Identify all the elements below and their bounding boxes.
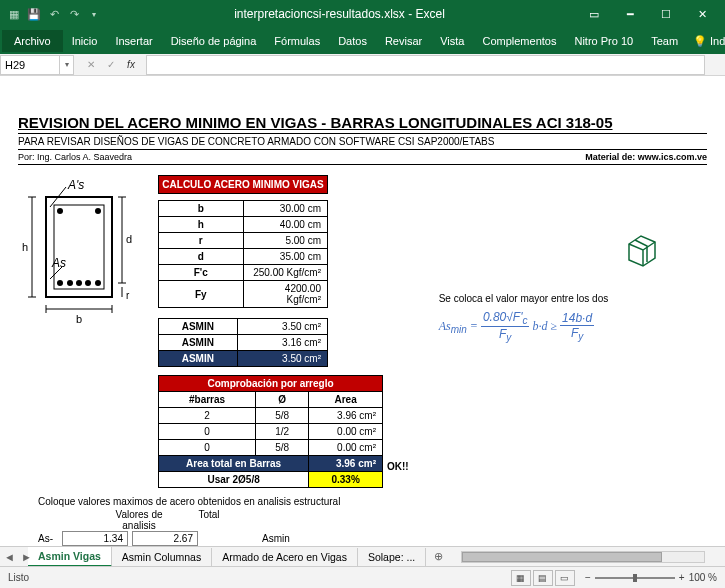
page-break-icon[interactable]: ▭ xyxy=(555,570,575,586)
svg-point-8 xyxy=(95,280,101,286)
tab-team[interactable]: Team xyxy=(642,30,687,52)
svg-point-3 xyxy=(95,208,101,214)
sheet-tab[interactable]: Armado de Acero en Vigas xyxy=(212,548,358,566)
formula-bar: H29 ▾ ✕ ✓ fx xyxy=(0,54,725,76)
next-sheet-icon: ► xyxy=(19,551,34,563)
window-controls: ▭ ━ ☐ ✕ xyxy=(577,0,719,28)
svg-point-5 xyxy=(67,280,73,286)
label-r: r xyxy=(126,290,130,301)
ribbon: Archivo Inicio Insertar Diseño de página… xyxy=(0,28,725,54)
author: Por: Ing. Carlos A. Saavedra xyxy=(18,152,132,162)
close-button[interactable]: ✕ xyxy=(685,0,719,28)
table-row: ASMIN3.16 cm² xyxy=(159,335,328,351)
table-row: d35.00 cm xyxy=(159,249,328,265)
status-mode: Listo xyxy=(8,572,511,583)
table-row: 25/83.96 cm² xyxy=(159,408,383,424)
formula-side: Se coloca el valor mayor entre los dos A… xyxy=(439,293,609,344)
status-bar: Listo ▦ ▤ ▭ − + 100 % xyxy=(0,566,725,588)
zoom-out-icon[interactable]: − xyxy=(585,572,591,583)
label-d: d xyxy=(126,233,132,245)
tab-data[interactable]: Datos xyxy=(329,30,376,52)
tab-addins[interactable]: Complementos xyxy=(473,30,565,52)
maximize-button[interactable]: ☐ xyxy=(649,0,683,28)
name-box[interactable]: H29 xyxy=(0,55,60,75)
page-title: REVISION DEL ACERO MINIMO EN VIGAS - BAR… xyxy=(18,114,707,134)
document-title: interpretacioncsi-resultados.xlsx - Exce… xyxy=(102,7,577,21)
ok-label: OK!! xyxy=(383,461,409,472)
horizontal-scrollbar[interactable] xyxy=(461,551,705,563)
author-row: Por: Ing. Carlos A. Saavedra Material de… xyxy=(18,152,707,165)
analysis-section: Coloque valores maximos de acero obtenid… xyxy=(18,496,707,546)
label-aprime: A's xyxy=(67,179,84,192)
total-row: Area total en Barras3.96 cm² xyxy=(159,456,383,472)
enter-icon[interactable]: ✓ xyxy=(102,56,120,74)
excel-icon: ▦ xyxy=(6,6,22,22)
analysis-note: Coloque valores maximos de acero obtenid… xyxy=(18,496,707,507)
formula-math: Asmin = 0.80√F'cFy b·d ≥ 14b·dFy xyxy=(439,310,609,344)
tab-review[interactable]: Revisar xyxy=(376,30,431,52)
file-tab[interactable]: Archivo xyxy=(2,30,63,52)
lightbulb-icon: 💡 xyxy=(693,35,707,48)
fx-icon[interactable]: fx xyxy=(122,56,140,74)
table-row: h40.00 cm xyxy=(159,217,328,233)
formula-input[interactable] xyxy=(146,55,705,75)
worksheet[interactable]: REVISION DEL ACERO MINIMO EN VIGAS - BAR… xyxy=(0,76,725,546)
tab-formulas[interactable]: Fórmulas xyxy=(265,30,329,52)
minimize-button[interactable]: ━ xyxy=(613,0,647,28)
tab-page-layout[interactable]: Diseño de página xyxy=(162,30,266,52)
material-source: Material de: www.ics.com.ve xyxy=(585,152,707,162)
formula-note: Se coloca el valor mayor entre los dos xyxy=(439,293,609,304)
table-row: 01/20.00 cm² xyxy=(159,424,383,440)
label-b: b xyxy=(76,313,82,325)
beam-section-diagram: A's As b h d r xyxy=(18,179,138,329)
table-row: As-1.342.67Asmin xyxy=(18,531,707,546)
brand-logo xyxy=(619,226,665,272)
table-row: b30.00 cm xyxy=(159,201,328,217)
sheet-tab[interactable]: Solape: ... xyxy=(358,548,426,566)
comp-header: Comprobación por arreglo xyxy=(159,376,383,392)
tell-me[interactable]: 💡Indicar... xyxy=(687,31,725,52)
sheet-tab[interactable]: Asmin Columnas xyxy=(112,548,212,566)
label-h: h xyxy=(22,241,28,253)
zoom-level[interactable]: 100 % xyxy=(689,572,717,583)
page-subtitle: PARA REVISAR DISEÑOS DE VIGAS DE CONCRET… xyxy=(18,136,707,150)
svg-point-2 xyxy=(57,208,63,214)
title-bar: ▦ 💾 ↶ ↷ ▾ interpretacioncsi-resultados.x… xyxy=(0,0,725,28)
page-layout-icon[interactable]: ▤ xyxy=(533,570,553,586)
asmin-table: ASMIN3.50 cm² ASMIN3.16 cm² ASMIN3.50 cm… xyxy=(158,318,328,367)
save-icon[interactable]: 💾 xyxy=(26,6,42,22)
redo-icon[interactable]: ↷ xyxy=(66,6,82,22)
sheet-nav[interactable]: ◄► xyxy=(2,551,34,563)
normal-view-icon[interactable]: ▦ xyxy=(511,570,531,586)
sheet-tab[interactable]: Asmin Vigas xyxy=(28,547,112,567)
table-row: Fy4200.00 Kgf/cm² xyxy=(159,281,328,308)
ribbon-display-icon[interactable]: ▭ xyxy=(577,0,611,28)
comp-table: Comprobación por arreglo #barrasØArea 25… xyxy=(158,375,383,488)
tab-view[interactable]: Vista xyxy=(431,30,473,52)
zoom-in-icon[interactable]: + xyxy=(679,572,685,583)
calc-input-table: b30.00 cm h40.00 cm r5.00 cm d35.00 cm F… xyxy=(158,200,328,308)
prev-sheet-icon: ◄ xyxy=(2,551,17,563)
table-row: 05/80.00 cm² xyxy=(159,440,383,456)
calc-table-title: CALCULO ACERO MINIMO VIGAS xyxy=(158,175,328,194)
tab-home[interactable]: Inicio xyxy=(63,30,107,52)
add-sheet-button[interactable]: ⊕ xyxy=(426,547,451,566)
svg-point-4 xyxy=(57,280,63,286)
undo-icon[interactable]: ↶ xyxy=(46,6,62,22)
qat-dropdown-icon[interactable]: ▾ xyxy=(86,6,102,22)
label-as: As xyxy=(51,256,66,270)
tab-nitro[interactable]: Nitro Pro 10 xyxy=(565,30,642,52)
sheet-tab-bar: ◄► Asmin Vigas Asmin Columnas Armado de … xyxy=(0,546,725,566)
usar-row: Usar 2Ø5/80.33% xyxy=(159,472,383,488)
tab-insert[interactable]: Insertar xyxy=(106,30,161,52)
cancel-icon[interactable]: ✕ xyxy=(82,56,100,74)
table-row: ASMIN3.50 cm² xyxy=(159,351,328,367)
zoom-control[interactable]: − + 100 % xyxy=(585,572,717,583)
svg-point-7 xyxy=(85,280,91,286)
table-row: r5.00 cm xyxy=(159,233,328,249)
quick-access-toolbar: ▦ 💾 ↶ ↷ ▾ xyxy=(6,6,102,22)
svg-point-6 xyxy=(76,280,82,286)
name-box-dropdown[interactable]: ▾ xyxy=(60,55,74,75)
zoom-slider[interactable] xyxy=(595,577,675,579)
table-row: F'c250.00 Kgf/cm² xyxy=(159,265,328,281)
